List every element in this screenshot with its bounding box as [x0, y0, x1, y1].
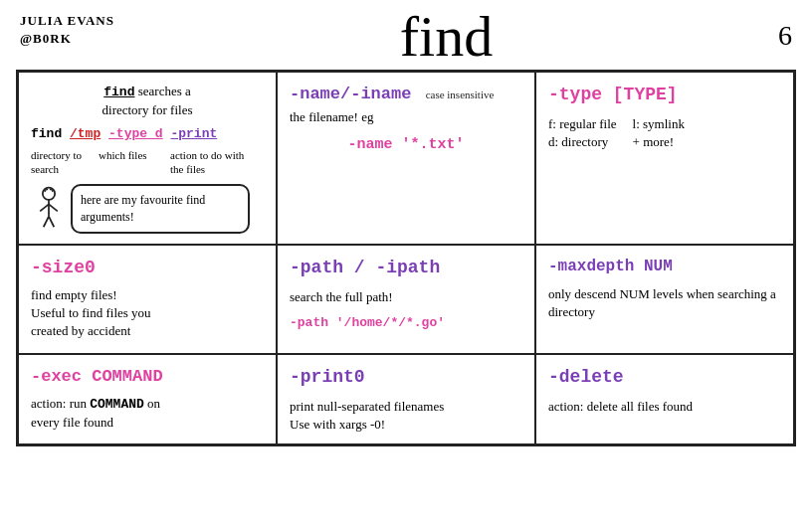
print0-line2: Use with xargs -0!: [290, 416, 522, 434]
svg-line-7: [45, 189, 49, 190]
type-left: f: regular file d: directory: [548, 115, 617, 151]
page-title: find: [114, 8, 778, 66]
type-right: l: symlink + more!: [633, 115, 685, 151]
cell-exec: -exec COMMAND action: run COMMAND on eve…: [18, 354, 277, 445]
cell-intro: find searches a directory for files find…: [18, 72, 277, 245]
arg-print: -print: [170, 126, 217, 141]
case-insensitive-label: case insensitive: [426, 88, 495, 100]
author-block: Julia Evans @b0rk: [20, 12, 114, 48]
delete-title: -delete: [548, 365, 781, 390]
ann-directory: directory to search: [31, 148, 91, 177]
cell-size: -size0 find empty files! Useful to find …: [18, 245, 277, 354]
exec-line2: every file found: [31, 414, 264, 432]
ann-which: which files: [99, 148, 166, 177]
header: Julia Evans @b0rk find 6: [8, 8, 804, 66]
page-number: 6: [778, 20, 792, 52]
path-desc: search the full path!: [290, 288, 522, 306]
svg-line-5: [49, 217, 54, 228]
author-name: Julia Evans: [20, 12, 114, 30]
type-table: f: regular file d: directory l: symlink …: [548, 115, 781, 151]
name-example: -name '*.txt': [290, 134, 522, 155]
maxdepth-title: -maxdepth NUM: [548, 256, 781, 277]
intro-line1: find searches a: [31, 83, 264, 101]
svg-line-4: [44, 217, 49, 228]
intro-text: searches a: [138, 84, 191, 98]
name-title: -name/-iname: [290, 85, 422, 103]
size-line1: find empty files!: [31, 286, 264, 304]
type-more: + more!: [633, 133, 685, 151]
cell-print0: -print0 print null-separated filenames U…: [277, 354, 535, 445]
cell-name: -name/-iname case insensitive the filena…: [277, 72, 535, 245]
find-keyword: find: [103, 85, 134, 99]
type-title: -type [TYPE]: [548, 83, 781, 107]
name-title-row: -name/-iname case insensitive: [290, 83, 522, 106]
cell-maxdepth: -maxdepth NUM only descend NUM levels wh…: [535, 245, 794, 354]
type-l: l: symlink: [633, 115, 685, 133]
content-grid: find searches a directory for files find…: [16, 70, 796, 446]
intro-line2: directory for files: [31, 101, 264, 119]
svg-line-3: [49, 204, 58, 211]
cell-delete: -delete action: delete all files found: [535, 354, 794, 445]
svg-line-9: [50, 189, 54, 190]
cell-path: -path / -ipath search the full path! -pa…: [277, 245, 535, 354]
page: Julia Evans @b0rk find 6 find searches a…: [0, 0, 812, 531]
arg-tmp: /tmp: [70, 126, 101, 141]
path-example: -path '/home/*/*.go': [290, 314, 522, 332]
maxdepth-desc: only descend NUM levels when searching a…: [548, 285, 781, 321]
size-line2: Useful to find files you: [31, 304, 264, 322]
ann-action: action to do with the files: [170, 148, 250, 177]
name-desc: the filename! eg: [290, 108, 522, 126]
speech-bubble: here are my favourite find arguments!: [71, 184, 250, 234]
author-handle: @b0rk: [20, 30, 114, 48]
person-bubble-row: here are my favourite find arguments!: [31, 180, 264, 234]
annotations: directory to search which files action t…: [31, 148, 264, 177]
cell-type: -type [TYPE] f: regular file d: director…: [535, 72, 794, 245]
path-title: -path / -ipath: [290, 256, 522, 280]
type-d: d: directory: [548, 133, 617, 151]
arg-type: -type d: [108, 126, 163, 141]
print0-title: -print0: [290, 365, 522, 390]
command-example: find /tmp -type d -print: [31, 125, 264, 143]
person-icon: [31, 185, 67, 229]
space1: [101, 126, 108, 141]
exec-line1: action: run COMMAND on: [31, 395, 264, 414]
svg-line-2: [40, 204, 49, 211]
find-cmd: find: [31, 126, 70, 141]
print0-line1: print null-separated filenames: [290, 398, 522, 416]
size-line3: created by accident: [31, 322, 264, 340]
type-f: f: regular file: [548, 115, 617, 133]
svg-point-0: [43, 188, 55, 200]
size-title: -size0: [31, 256, 264, 280]
exec-title: -exec COMMAND: [31, 365, 264, 389]
delete-line1: action: delete all files found: [548, 398, 781, 416]
